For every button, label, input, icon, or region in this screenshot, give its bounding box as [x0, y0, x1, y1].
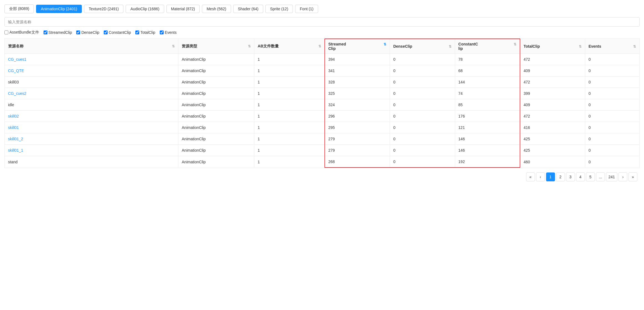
sort-icon-total[interactable]: ⇅ [579, 45, 582, 49]
filter-btn-4[interactable]: Material (872) [166, 5, 200, 13]
cell-events-9: 0 [585, 156, 639, 168]
table-wrapper: 资源名称⇅资源类型⇅AB文件数量⇅Streamed Clip⇅DenseClip… [4, 38, 640, 168]
sort-icon-ab[interactable]: ⇅ [318, 44, 321, 48]
pagination-page-3[interactable]: 4 [576, 172, 585, 181]
col-header-events[interactable]: Events⇅ [585, 39, 639, 54]
cell-name-6[interactable]: skill01 [5, 122, 178, 133]
sort-icon-streamed[interactable]: ⇅ [384, 42, 386, 46]
cell-streamed-1: 341 [325, 65, 390, 77]
cell-ab-0: 1 [254, 54, 325, 65]
filter-btn-3[interactable]: AudioClip (1686) [126, 5, 164, 13]
cell-events-4: 0 [585, 99, 639, 111]
col-header-label-constant: ConstantC lip [458, 42, 478, 51]
filter-btn-2[interactable]: Texture2D (2491) [84, 5, 123, 13]
checkbox-item-1[interactable]: StreamedClip [44, 30, 72, 35]
filter-btn-1[interactable]: AnimationClip (2401) [36, 5, 82, 13]
pagination-page-1[interactable]: 2 [556, 172, 565, 181]
cell-streamed-4: 324 [325, 99, 390, 111]
col-header-label-ab: AB文件数量 [258, 44, 279, 49]
cell-dense-1: 0 [390, 65, 455, 77]
checkbox-item-5[interactable]: Events [160, 30, 177, 35]
cell-ab-9: 1 [254, 156, 325, 168]
cell-streamed-0: 394 [325, 54, 390, 65]
cell-name-2: skill03 [5, 77, 178, 88]
cell-total-8: 425 [520, 145, 585, 156]
cell-constant-1: 68 [455, 65, 520, 77]
pagination-prev[interactable]: ‹ [536, 172, 545, 181]
checkbox-row: AssetBundle文件StreamedClipDenseClipConsta… [4, 30, 640, 35]
filter-btn-0[interactable]: 全部 (8089) [4, 4, 34, 13]
table-row: CG_cues2AnimationClip13250743990 [5, 88, 639, 99]
search-input[interactable] [4, 17, 640, 27]
pagination-next[interactable]: › [618, 172, 627, 181]
checkbox-5[interactable] [160, 31, 164, 34]
cell-events-2: 0 [585, 77, 639, 88]
col-header-label-total: TotalClip [524, 44, 540, 49]
pagination-last[interactable]: » [628, 172, 637, 181]
col-header-ab[interactable]: AB文件数量⇅ [254, 39, 325, 54]
cell-constant-4: 85 [455, 99, 520, 111]
cell-streamed-8: 279 [325, 145, 390, 156]
cell-type-7: AnimationClip [178, 133, 254, 145]
filter-btn-7[interactable]: Sprite (12) [265, 5, 293, 13]
main-container: 全部 (8089)AnimationClip (2401)Texture2D (… [0, 0, 644, 186]
cell-type-0: AnimationClip [178, 54, 254, 65]
checkbox-label-3: ConstantClip [109, 30, 131, 35]
col-header-type[interactable]: 资源类型⇅ [178, 39, 254, 54]
cell-total-4: 409 [520, 99, 585, 111]
cell-name-1[interactable]: CG_QTE [5, 65, 178, 77]
checkbox-0[interactable] [4, 31, 8, 34]
cell-dense-0: 0 [390, 54, 455, 65]
pagination-page-5[interactable]: ... [596, 172, 605, 181]
pagination-page-0[interactable]: 1 [546, 172, 555, 181]
sort-icon-name[interactable]: ⇅ [172, 44, 175, 48]
col-header-name[interactable]: 资源名称⇅ [5, 39, 178, 54]
col-header-label-name: 资源名称 [8, 44, 24, 49]
cell-dense-4: 0 [390, 99, 455, 111]
cell-dense-9: 0 [390, 156, 455, 168]
cell-ab-4: 1 [254, 99, 325, 111]
cell-dense-6: 0 [390, 122, 455, 133]
checkbox-label-1: StreamedClip [49, 30, 72, 35]
pagination-first[interactable]: « [526, 172, 535, 181]
checkbox-1[interactable] [44, 31, 47, 34]
cell-type-2: AnimationClip [178, 77, 254, 88]
sort-icon-dense[interactable]: ⇅ [449, 45, 452, 49]
cell-name-3[interactable]: CG_cues2 [5, 88, 178, 99]
col-header-dense[interactable]: DenseClip⇅ [390, 39, 455, 54]
pagination-row: «‹12345...241›» [4, 172, 640, 181]
sort-icon-events[interactable]: ⇅ [633, 45, 636, 49]
sort-icon-type[interactable]: ⇅ [248, 44, 251, 48]
cell-name-5[interactable]: skill02 [5, 111, 178, 122]
cell-total-5: 472 [520, 111, 585, 122]
sort-icon-constant[interactable]: ⇅ [514, 42, 516, 46]
col-header-streamed[interactable]: Streamed Clip⇅ [325, 39, 390, 54]
col-header-total[interactable]: TotalClip⇅ [520, 39, 585, 54]
checkbox-4[interactable] [135, 31, 139, 34]
checkbox-3[interactable] [104, 31, 108, 34]
filter-btn-8[interactable]: Font (1) [295, 5, 318, 13]
cell-total-7: 425 [520, 133, 585, 145]
cell-name-9: stand [5, 156, 178, 168]
checkbox-item-0[interactable]: AssetBundle文件 [4, 30, 39, 35]
cell-events-1: 0 [585, 65, 639, 77]
checkbox-2[interactable] [76, 31, 80, 34]
filter-btn-6[interactable]: Shader (64) [233, 5, 263, 13]
cell-total-3: 399 [520, 88, 585, 99]
checkbox-item-2[interactable]: DenseClip [76, 30, 99, 35]
cell-name-8[interactable]: skill01_1 [5, 145, 178, 156]
pagination-page-4[interactable]: 5 [586, 172, 595, 181]
col-header-constant[interactable]: ConstantC lip⇅ [455, 39, 520, 54]
cell-name-0[interactable]: CG_cues1 [5, 54, 178, 65]
cell-ab-7: 1 [254, 133, 325, 145]
pagination-page-6[interactable]: 241 [606, 172, 617, 181]
cell-events-8: 0 [585, 145, 639, 156]
cell-streamed-2: 328 [325, 77, 390, 88]
cell-total-9: 460 [520, 156, 585, 168]
checkbox-item-4[interactable]: TotalClip [135, 30, 155, 35]
checkbox-item-3[interactable]: ConstantClip [104, 30, 131, 35]
cell-name-7[interactable]: skill01_2 [5, 133, 178, 145]
filter-btn-5[interactable]: Mesh (562) [202, 5, 231, 13]
cell-events-5: 0 [585, 111, 639, 122]
pagination-page-2[interactable]: 3 [566, 172, 575, 181]
